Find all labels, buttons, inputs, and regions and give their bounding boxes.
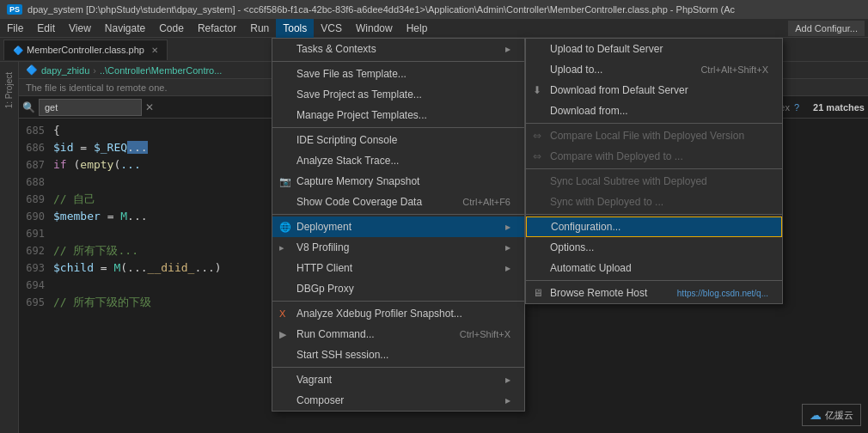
menu-separator [272, 61, 524, 62]
menu-item-run-command[interactable]: ▶ Run Command... Ctrl+Shift+X [272, 324, 524, 345]
deployment-submenu[interactable]: Upload to Default Server Upload to... Ct… [525, 38, 783, 304]
xdebug-icon-prefix: X [279, 308, 285, 319]
tab-label: MemberController.class.php [27, 45, 144, 55]
deployment-sync-deployed[interactable]: Sync with Deployed to ... [526, 192, 782, 212]
deployment-configuration[interactable]: Configuration... [526, 216, 782, 237]
menu-item-tasks[interactable]: Tasks & Contexts [272, 39, 524, 59]
menu-separator [526, 214, 782, 215]
menu-separator [526, 123, 782, 124]
line-number: 691 [19, 225, 53, 242]
sync-local-label: Sync Local Subtree with Deployed [550, 175, 707, 187]
window-title: dpay_system [D:\phpStudy\student\dpay_sy… [28, 4, 735, 15]
tools-dropdown-menu[interactable]: Tasks & Contexts Save File as Template..… [272, 38, 525, 412]
deployment-sync-local[interactable]: Sync Local Subtree with Deployed [526, 171, 782, 192]
compare-local-icon: ⇔ [533, 130, 541, 142]
upload-to-shortcut: Ctrl+Alt+Shift+X [700, 64, 768, 75]
clear-search-icon[interactable]: ✕ [145, 101, 154, 113]
menu-item-ide-scripting[interactable]: IDE Scripting Console [272, 130, 524, 150]
deployment-download-from[interactable]: Download from... [526, 101, 782, 121]
xdebug-label: Analyze Xdebug Profiler Snapshot... [296, 308, 462, 320]
run-command-label: Run Command... [296, 328, 375, 340]
line-number: 687 [19, 156, 53, 174]
download-default-label: Download from Default Server [550, 84, 688, 96]
menu-tools[interactable]: Tools [276, 19, 314, 38]
menu-separator [272, 214, 524, 215]
search-icon: 🔍 [22, 101, 35, 113]
side-panel: 1: Project [0, 62, 19, 433]
tasks-label: Tasks & Contexts [296, 43, 376, 55]
regex-help-icon[interactable]: ? [794, 102, 799, 113]
v8-label: V8 Profiling [296, 241, 349, 253]
menu-run[interactable]: Run [243, 19, 276, 38]
menu-item-ssh[interactable]: Start SSH session... [272, 345, 524, 365]
save-proj-tpl-label: Save Project as Template... [296, 88, 422, 101]
line-number: 694 [19, 277, 53, 294]
watermark: ☁ 亿援云 [802, 404, 861, 426]
analyze-stack-label: Analyze Stack Trace... [296, 155, 399, 167]
deployment-auto-upload[interactable]: Automatic Upload [526, 258, 782, 278]
matches-text: 21 matches [813, 102, 865, 113]
deployment-download-default[interactable]: ⬇ Download from Default Server [526, 80, 782, 101]
menu-item-capture-memory[interactable]: 📷 Capture Memory Snapshot [272, 171, 524, 192]
line-number: 689 [19, 191, 53, 208]
menu-separator [272, 127, 524, 128]
menu-item-save-proj-tpl[interactable]: Save Project as Template... [272, 84, 524, 105]
menu-item-composer[interactable]: Composer [272, 390, 524, 411]
menu-view[interactable]: View [62, 19, 98, 38]
line-number: 686 [19, 139, 53, 156]
menu-vcs[interactable]: VCS [314, 19, 349, 38]
menu-item-analyze-stack[interactable]: Analyze Stack Trace... [272, 150, 524, 171]
deployment-upload-to[interactable]: Upload to... Ctrl+Alt+Shift+X [526, 59, 782, 80]
capture-memory-label: Capture Memory Snapshot [296, 175, 419, 187]
deployment-compare-local[interactable]: ⇔ Compare Local File with Deployed Versi… [526, 125, 782, 146]
ps-icon: PS [7, 4, 22, 15]
menu-refactor[interactable]: Refactor [191, 19, 243, 38]
ide-scripting-label: IDE Scripting Console [296, 134, 397, 146]
menu-window[interactable]: Window [349, 19, 400, 38]
menu-item-xdebug[interactable]: X Analyze Xdebug Profiler Snapshot... [272, 303, 524, 324]
project-label: 1: Project [4, 72, 14, 108]
deployment-browse-remote[interactable]: 🖥 Browse Remote Host https://blog.csdn.n… [526, 283, 782, 303]
sync-deployed-label: Sync with Deployed to ... [550, 196, 663, 208]
cloud-icon: ☁ [810, 408, 822, 422]
editor-tab[interactable]: 🔷 MemberController.class.php ✕ [3, 40, 168, 60]
deployment-compare-deployed[interactable]: ⇔ Compare with Deployed to ... [526, 146, 782, 167]
menu-item-vagrant[interactable]: Vagrant [272, 369, 524, 390]
menu-help[interactable]: Help [400, 19, 435, 38]
menu-separator [526, 168, 782, 169]
search-input[interactable] [39, 99, 142, 116]
menu-navigate[interactable]: Navigate [98, 19, 152, 38]
menu-item-manage-tpl[interactable]: Manage Project Templates... [272, 105, 524, 125]
menu-code[interactable]: Code [152, 19, 191, 38]
breadcrumb-path: ..\Controller\MemberContro... [100, 65, 222, 76]
menu-bar: File Edit View Navigate Code Refactor Ru… [0, 19, 868, 38]
breadcrumb-root: dapy_zhidu [41, 65, 89, 76]
code-coverage-shortcut: Ctrl+Alt+F6 [462, 197, 510, 207]
capture-memory-icon-prefix: 📷 [279, 176, 291, 187]
deployment-label: Deployment [296, 221, 351, 233]
deployment-options[interactable]: Options... [526, 237, 782, 258]
close-tab-icon[interactable]: ✕ [151, 46, 158, 55]
menu-file[interactable]: File [0, 19, 30, 38]
menu-item-code-coverage[interactable]: Show Code Coverage Data Ctrl+Alt+F6 [272, 192, 524, 212]
menu-edit[interactable]: Edit [30, 19, 62, 38]
deployment-upload-default[interactable]: Upload to Default Server [526, 39, 782, 59]
add-configuration-button[interactable]: Add Configur... [788, 21, 865, 36]
configuration-label: Configuration... [551, 221, 620, 233]
title-bar: PS dpay_system [D:\phpStudy\student\dpay… [0, 0, 868, 19]
menu-separator [272, 301, 524, 302]
browse-remote-label: Browse Remote Host [550, 287, 647, 299]
menu-item-http-client[interactable]: HTTP Client [272, 258, 524, 278]
php-breadcrumb-icon: 🔷 [26, 64, 38, 76]
run-command-shortcut: Ctrl+Shift+X [460, 329, 510, 339]
menu-separator [526, 280, 782, 281]
menu-item-deployment[interactable]: 🌐 Deployment [272, 216, 524, 237]
ssh-label: Start SSH session... [296, 349, 388, 361]
run-command-icon-prefix: ▶ [279, 329, 286, 340]
menu-item-v8-profiling[interactable]: ▸ V8 Profiling [272, 237, 524, 258]
menu-item-save-file-tpl[interactable]: Save File as Template... [272, 64, 524, 84]
auto-upload-label: Automatic Upload [550, 262, 632, 274]
vagrant-label: Vagrant [296, 374, 332, 386]
browse-remote-url: https://blog.csdn.net/q... [677, 289, 768, 298]
menu-item-dbgp[interactable]: DBGp Proxy [272, 278, 524, 299]
